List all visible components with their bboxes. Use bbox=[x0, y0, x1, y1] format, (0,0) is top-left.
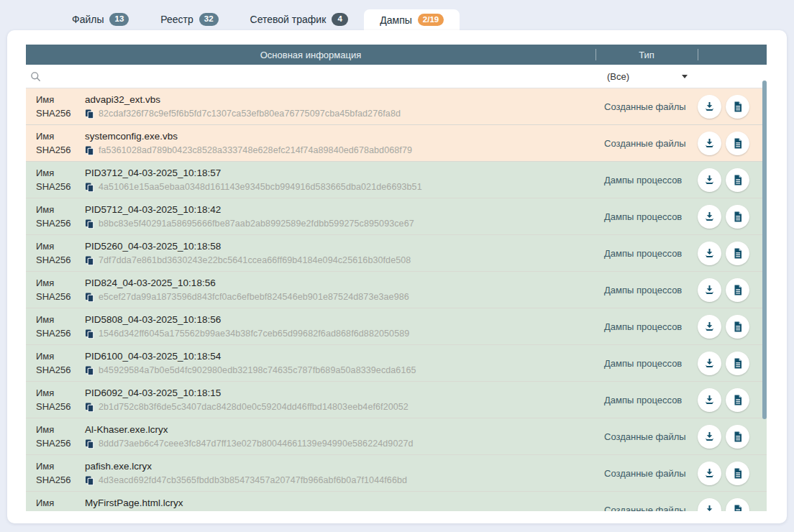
main-info-cell: Имя PID5712_04-03-2025_10:18:42 SHA256 b… bbox=[26, 203, 596, 230]
download-button[interactable] bbox=[698, 205, 721, 229]
name-label: Имя bbox=[36, 423, 85, 437]
report-button[interactable] bbox=[726, 462, 749, 485]
tab-bar: Файлы 13 Реестр 32 Сетевой трафик 4 Дамп… bbox=[56, 0, 460, 30]
file-name: systemconfig.exe.vbs bbox=[85, 129, 596, 144]
file-name: PID824_04-03-2025_10:18:56 bbox=[85, 276, 596, 290]
report-button[interactable] bbox=[726, 132, 749, 155]
main-info-cell: Имя PID6092_04-03-2025_10:18:15 SHA256 2… bbox=[26, 386, 596, 413]
table-row[interactable]: Имя PID3712_04-03-2025_10:18:57 SHA256 4… bbox=[26, 162, 767, 198]
row-actions bbox=[698, 132, 767, 155]
main-info-cell: Имя systemconfig.exe.vbs SHA256 fa536102… bbox=[26, 129, 596, 157]
copy-hash-icon[interactable] bbox=[85, 219, 94, 229]
tab-count-badge: 13 bbox=[109, 13, 129, 26]
row-actions bbox=[698, 278, 767, 302]
dumps-table: Основная информация Тип (Все) bbox=[26, 45, 767, 511]
table-row[interactable]: Имя MyFirstPage.html.lcryx SHA256 402f91… bbox=[26, 492, 767, 511]
dump-type: Созданные файлы bbox=[596, 468, 698, 479]
chevron-down-icon bbox=[682, 75, 688, 78]
tab[interactable]: Дампы 2/19 bbox=[364, 9, 460, 30]
dump-type: Дампы процессов bbox=[596, 358, 698, 369]
name-label: Имя bbox=[36, 349, 85, 364]
report-button[interactable] bbox=[726, 498, 749, 512]
dump-type: Созданные файлы bbox=[596, 101, 698, 112]
download-button[interactable] bbox=[698, 352, 721, 375]
table-row[interactable]: Имя systemconfig.exe.vbs SHA256 fa536102… bbox=[26, 125, 767, 162]
table-row[interactable]: Имя PID6092_04-03-2025_10:18:15 SHA256 2… bbox=[26, 382, 767, 418]
download-button[interactable] bbox=[698, 168, 721, 192]
sha256-label: SHA256 bbox=[36, 217, 85, 230]
copy-hash-icon[interactable] bbox=[85, 439, 94, 449]
sha256-label: SHA256 bbox=[36, 364, 85, 377]
sha256-label: SHA256 bbox=[36, 400, 85, 413]
download-button[interactable] bbox=[698, 278, 721, 302]
download-button[interactable] bbox=[698, 388, 721, 412]
search-field[interactable] bbox=[26, 71, 596, 82]
row-actions bbox=[698, 425, 767, 449]
download-button[interactable] bbox=[698, 462, 721, 485]
table-row[interactable]: Имя PID6100_04-03-2025_10:18:54 SHA256 b… bbox=[26, 345, 767, 382]
table-row[interactable]: Имя Al-Khaser.exe.lcryx SHA256 8ddd73aeb… bbox=[26, 418, 767, 455]
table-row[interactable]: Имя pafish.exe.lcryx SHA256 4d3eacd692fd… bbox=[26, 455, 767, 492]
table-row[interactable]: Имя advapi32_ext.vbs SHA256 82cdaf326f78… bbox=[26, 88, 767, 125]
report-button[interactable] bbox=[726, 388, 749, 412]
tab[interactable]: Сетевой трафик 4 bbox=[234, 9, 365, 30]
download-button[interactable] bbox=[698, 498, 721, 512]
report-button[interactable] bbox=[726, 278, 749, 302]
tab[interactable]: Реестр 32 bbox=[145, 9, 234, 30]
report-button[interactable] bbox=[726, 95, 749, 119]
download-button[interactable] bbox=[698, 95, 721, 119]
download-button[interactable] bbox=[698, 425, 721, 449]
report-button[interactable] bbox=[726, 425, 749, 449]
row-actions bbox=[698, 205, 767, 229]
file-name: advapi32_ext.vbs bbox=[85, 93, 596, 107]
table-body: Имя advapi32_ext.vbs SHA256 82cdaf326f78… bbox=[26, 88, 767, 511]
tab-count-badge: 32 bbox=[199, 13, 219, 26]
copy-hash-icon[interactable] bbox=[85, 476, 94, 485]
name-label: Имя bbox=[36, 129, 85, 144]
tab-label: Файлы bbox=[72, 14, 104, 25]
report-button[interactable] bbox=[726, 242, 749, 265]
filter-row: (Все) bbox=[26, 65, 767, 88]
row-actions bbox=[698, 168, 767, 192]
copy-hash-icon[interactable] bbox=[85, 109, 94, 119]
table-row[interactable]: Имя PID824_04-03-2025_10:18:56 SHA256 e5… bbox=[26, 272, 767, 308]
main-info-cell: Имя Al-Khaser.exe.lcryx SHA256 8ddd73aeb… bbox=[26, 423, 596, 450]
main-info-cell: Имя pafish.exe.lcryx SHA256 4d3eacd692fd… bbox=[26, 459, 596, 487]
copy-hash-icon[interactable] bbox=[85, 366, 94, 375]
search-icon bbox=[30, 71, 41, 82]
report-button[interactable] bbox=[726, 168, 749, 192]
tab[interactable]: Файлы 13 bbox=[56, 9, 145, 30]
report-button[interactable] bbox=[726, 315, 749, 339]
copy-hash-icon[interactable] bbox=[85, 403, 94, 412]
sha256-value: 4a51061e15aa5ebaa0348d161143e9345bcb9949… bbox=[99, 180, 422, 193]
download-button[interactable] bbox=[698, 315, 721, 339]
copy-hash-icon[interactable] bbox=[85, 146, 94, 155]
type-filter-dropdown[interactable]: (Все) bbox=[596, 71, 698, 82]
sha256-label: SHA256 bbox=[36, 290, 85, 303]
sha256-label: SHA256 bbox=[36, 510, 85, 511]
dump-type: Дампы процессов bbox=[596, 285, 698, 295]
main-info-cell: Имя advapi32_ext.vbs SHA256 82cdaf326f78… bbox=[26, 93, 596, 120]
download-button[interactable] bbox=[698, 242, 721, 265]
sha256-label: SHA256 bbox=[36, 144, 85, 157]
dump-type: Дампы процессов bbox=[596, 321, 698, 332]
report-button[interactable] bbox=[726, 205, 749, 229]
table-row[interactable]: Имя PID5712_04-03-2025_10:18:42 SHA256 b… bbox=[26, 198, 767, 235]
sha256-value: b8bc83e5f40291a58695666fbe87aab2ab899258… bbox=[99, 217, 414, 230]
sha256-value: b45929584a7b0e5d4fc902980edb32198c74635c… bbox=[99, 364, 416, 377]
copy-hash-icon[interactable] bbox=[85, 256, 94, 265]
report-button[interactable] bbox=[726, 352, 749, 375]
copy-hash-icon[interactable] bbox=[85, 293, 94, 302]
table-row[interactable]: Имя PID5808_04-03-2025_10:18:56 SHA256 1… bbox=[26, 308, 767, 345]
copy-hash-icon[interactable] bbox=[85, 183, 94, 192]
table-row[interactable]: Имя PID5260_04-03-2025_10:18:58 SHA256 7… bbox=[26, 235, 767, 272]
copy-hash-icon[interactable] bbox=[85, 329, 94, 339]
main-info-cell: Имя MyFirstPage.html.lcryx SHA256 402f91… bbox=[26, 496, 596, 511]
sha256-value: 2b1d752c8b3f6de5c3407dac8428d0e0c59204dd… bbox=[99, 400, 409, 413]
sha256-label: SHA256 bbox=[36, 327, 85, 340]
download-button[interactable] bbox=[698, 132, 721, 155]
main-info-cell: Имя PID5808_04-03-2025_10:18:56 SHA256 1… bbox=[26, 313, 596, 340]
dump-type: Созданные файлы bbox=[596, 505, 698, 512]
row-actions bbox=[698, 95, 767, 119]
vertical-scrollbar[interactable] bbox=[762, 81, 767, 419]
